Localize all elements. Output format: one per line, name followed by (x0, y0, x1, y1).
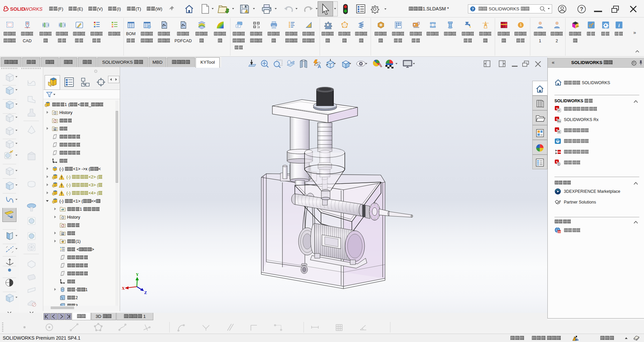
svg-text:P: P (558, 109, 560, 112)
svg-text:Y: Y (136, 272, 139, 277)
svg-text:Rx: Rx (557, 120, 561, 123)
svg-text:A: A (54, 128, 56, 131)
svg-text:A: A (62, 232, 64, 235)
svg-text:SW: SW (557, 151, 561, 154)
svg-text:X: X (122, 286, 125, 291)
svg-text:WORKS: WORKS (24, 6, 43, 12)
svg-text:SW: SW (557, 231, 561, 233)
svg-text:!: ! (246, 10, 247, 13)
svg-text:?: ? (580, 6, 583, 12)
svg-text:1: 1 (520, 23, 522, 27)
svg-text:KY: KY (576, 25, 579, 27)
svg-text:?: ? (472, 7, 474, 11)
svg-text:Z: Z (144, 290, 147, 295)
svg-text:R: R (558, 130, 560, 133)
svg-text:SOLID: SOLID (10, 6, 25, 12)
